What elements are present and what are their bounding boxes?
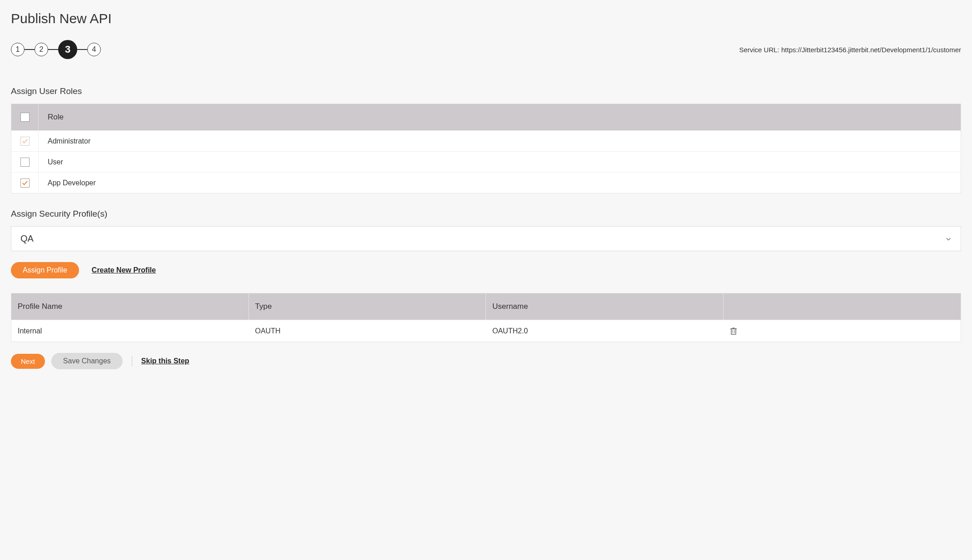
page-title: Publish New API xyxy=(11,11,961,26)
select-all-checkbox[interactable] xyxy=(20,113,30,122)
profiles-table: Profile Name Type Username Internal OAUT… xyxy=(11,293,961,342)
profile-name-column-header: Profile Name xyxy=(11,293,249,320)
profiles-heading: Assign Security Profile(s) xyxy=(11,209,961,219)
save-changes-button[interactable]: Save Changes xyxy=(51,353,123,369)
role-column-header: Role xyxy=(39,113,64,122)
step-2[interactable]: 2 xyxy=(35,43,48,56)
service-url: Service URL: https://Jitterbit123456.jit… xyxy=(739,46,961,54)
roles-table-header: Role xyxy=(11,104,961,130)
security-profile-select[interactable]: QA xyxy=(11,226,961,251)
service-url-label: Service URL: xyxy=(739,46,781,54)
create-new-profile-link[interactable]: Create New Profile xyxy=(92,266,156,274)
profile-username-cell: OAUTH2.0 xyxy=(486,320,724,342)
stepper: 1 2 3 4 xyxy=(11,40,101,59)
service-url-value: https://Jitterbit123456.jitterbit.net/De… xyxy=(781,46,961,54)
table-row: Administrator xyxy=(11,130,961,151)
profile-type-cell: OAUTH xyxy=(249,320,486,342)
type-column-header: Type xyxy=(249,293,486,320)
role-checkbox-administrator[interactable] xyxy=(20,137,30,146)
step-connector xyxy=(25,49,35,50)
table-row: Internal OAUTH OAUTH2.0 xyxy=(11,320,961,342)
step-4[interactable]: 4 xyxy=(87,43,101,56)
skip-step-link[interactable]: Skip this Step xyxy=(141,357,189,365)
username-column-header: Username xyxy=(486,293,724,320)
step-3[interactable]: 3 xyxy=(58,40,77,59)
profile-actions: Assign Profile Create New Profile xyxy=(11,262,961,278)
step-connector xyxy=(77,49,87,50)
footer-actions: Next Save Changes Skip this Step xyxy=(11,353,961,369)
top-row: 1 2 3 4 Service URL: https://Jitterbit12… xyxy=(11,40,961,59)
checkmark-icon xyxy=(22,180,28,186)
roles-table: Role Administrator User App Developer xyxy=(11,104,961,193)
profile-name-cell: Internal xyxy=(11,320,249,342)
table-row: User xyxy=(11,151,961,172)
select-value: QA xyxy=(20,233,34,244)
profiles-table-header: Profile Name Type Username xyxy=(11,293,961,320)
role-checkbox-app-developer[interactable] xyxy=(20,178,30,188)
assign-profile-button[interactable]: Assign Profile xyxy=(11,262,79,278)
divider xyxy=(132,356,132,367)
action-column-header xyxy=(724,293,961,320)
trash-icon[interactable] xyxy=(730,327,737,335)
role-label: User xyxy=(39,158,63,166)
role-checkbox-user[interactable] xyxy=(20,158,30,167)
role-label: Administrator xyxy=(39,137,90,145)
svg-rect-0 xyxy=(731,329,736,334)
step-1[interactable]: 1 xyxy=(11,43,25,56)
step-connector xyxy=(48,49,58,50)
next-button[interactable]: Next xyxy=(11,354,45,369)
role-label: App Developer xyxy=(39,179,96,187)
chevron-down-icon xyxy=(945,236,952,242)
table-row: App Developer xyxy=(11,172,961,193)
roles-heading: Assign User Roles xyxy=(11,86,961,96)
checkmark-icon xyxy=(22,138,28,144)
